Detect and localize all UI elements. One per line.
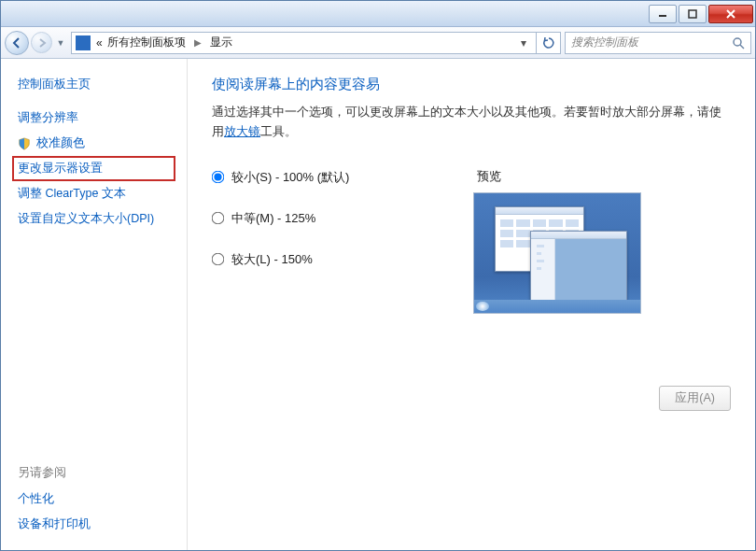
maximize-button[interactable]	[679, 5, 707, 23]
radio-large-input[interactable]	[212, 253, 225, 266]
window: ▼ « 所有控制面板项 ▶ 显示 ▾ 搜索控制面板 控制面板主页 调整分辨率	[0, 0, 756, 551]
chevron-right-icon: ▶	[194, 37, 202, 48]
shield-icon	[18, 137, 31, 150]
address-bar[interactable]: « 所有控制面板项 ▶ 显示 ▾	[71, 32, 537, 54]
radio-small[interactable]: 较小(S) - 100% (默认)	[212, 169, 473, 186]
preview-label: 预览	[477, 169, 641, 185]
svg-rect-0	[659, 15, 666, 17]
preview-image	[473, 192, 641, 314]
radio-medium[interactable]: 中等(M) - 125%	[212, 210, 473, 227]
sidebar-item-change-display-settings[interactable]: 更改显示器设置	[12, 156, 175, 181]
desc-text-after: 工具。	[260, 125, 297, 138]
nav-history-dropdown[interactable]: ▼	[54, 38, 67, 48]
sidebar-item-resolution[interactable]: 调整分辨率	[12, 106, 175, 131]
magnifier-link[interactable]: 放大镜	[224, 125, 260, 138]
titlebar	[1, 1, 755, 27]
radio-large-label: 较大(L) - 150%	[231, 251, 313, 268]
sidebar-item-label: 调整分辨率	[18, 110, 78, 126]
see-also-section: 另请参阅 个性化 设备和打印机	[12, 461, 175, 537]
search-placeholder: 搜索控制面板	[571, 35, 638, 50]
apply-row: 应用(A)	[659, 386, 731, 411]
svg-line-3	[740, 45, 744, 49]
sidebar: 控制面板主页 调整分辨率 校准颜色 更改显示器设置 调整 ClearType 文…	[1, 59, 188, 550]
sidebar-item-label: 更改显示器设置	[18, 161, 103, 177]
sidebar-item-custom-dpi[interactable]: 设置自定义文本大小(DPI)	[12, 206, 175, 232]
sidebar-item-label: 调整 ClearType 文本	[18, 186, 126, 202]
preview-window-front	[530, 231, 627, 304]
sidebar-item-cleartype[interactable]: 调整 ClearType 文本	[12, 181, 175, 206]
navbar: ▼ « 所有控制面板项 ▶ 显示 ▾ 搜索控制面板	[1, 27, 755, 59]
preview-column: 预览	[473, 169, 641, 314]
address-dropdown[interactable]: ▾	[515, 36, 532, 49]
radio-medium-input[interactable]	[212, 212, 225, 225]
radio-small-label: 较小(S) - 100% (默认)	[231, 169, 349, 186]
body: 控制面板主页 调整分辨率 校准颜色 更改显示器设置 调整 ClearType 文…	[1, 59, 755, 550]
radio-small-input[interactable]	[212, 171, 225, 184]
see-also-devices-printers[interactable]: 设备和打印机	[12, 512, 175, 537]
see-also-personalization[interactable]: 个性化	[12, 487, 175, 512]
breadcrumb-current[interactable]: 显示	[210, 35, 232, 50]
options-area: 较小(S) - 100% (默认) 中等(M) - 125% 较大(L) - 1…	[212, 169, 731, 314]
close-button[interactable]	[708, 5, 753, 23]
nav-back-button[interactable]	[5, 31, 29, 55]
breadcrumb-parent[interactable]: 所有控制面板项	[107, 35, 186, 50]
see-also-item-label: 个性化	[18, 491, 54, 507]
size-options: 较小(S) - 100% (默认) 中等(M) - 125% 较大(L) - 1…	[212, 169, 473, 314]
apply-button[interactable]: 应用(A)	[659, 386, 731, 411]
radio-medium-label: 中等(M) - 125%	[231, 210, 315, 227]
page-title: 使阅读屏幕上的内容更容易	[212, 76, 731, 93]
search-input[interactable]: 搜索控制面板	[565, 32, 751, 54]
sidebar-item-label: 校准颜色	[36, 135, 85, 151]
window-buttons	[647, 5, 753, 23]
radio-large[interactable]: 较大(L) - 150%	[212, 251, 473, 268]
nav-forward-button[interactable]	[31, 32, 52, 53]
content: 使阅读屏幕上的内容更容易 通过选择其中一个选项，可以更改屏幕上的文本大小以及其他…	[188, 59, 755, 550]
svg-point-2	[734, 38, 741, 46]
minimize-button[interactable]	[649, 5, 677, 23]
preview-taskbar	[474, 300, 640, 313]
see-also-label: 另请参阅	[12, 461, 175, 487]
svg-rect-1	[689, 10, 696, 18]
sidebar-home[interactable]: 控制面板主页	[12, 72, 175, 98]
page-description: 通过选择其中一个选项，可以更改屏幕上的文本大小以及其他项。若要暂时放大部分屏幕，…	[212, 103, 731, 143]
refresh-button[interactable]	[537, 32, 561, 54]
sidebar-item-label: 设置自定义文本大小(DPI)	[18, 211, 154, 227]
breadcrumb: « 所有控制面板项 ▶ 显示	[96, 35, 232, 50]
search-icon	[732, 36, 745, 49]
sidebar-item-calibrate-color[interactable]: 校准颜色	[12, 131, 175, 156]
see-also-item-label: 设备和打印机	[18, 516, 91, 532]
control-panel-icon	[76, 35, 91, 50]
breadcrumb-root-marker: «	[96, 36, 103, 49]
